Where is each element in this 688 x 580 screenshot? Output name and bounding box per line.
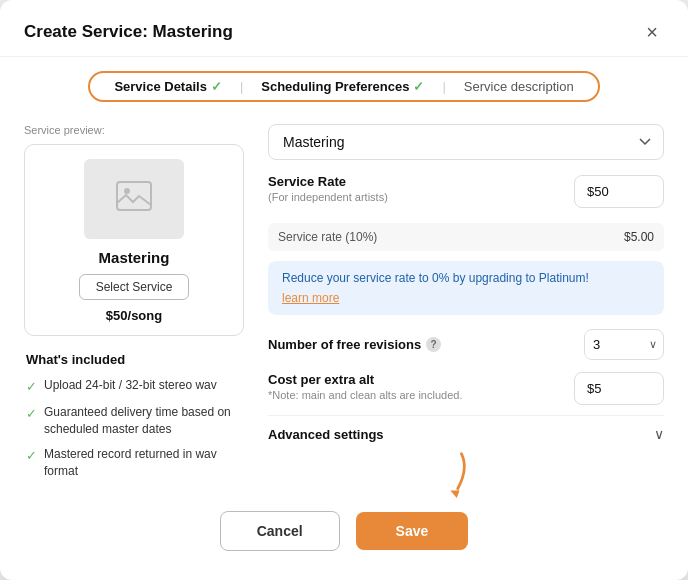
revisions-label: Number of free revisions ? — [268, 337, 441, 352]
revisions-select-wrap: 3 1 2 4 5 ∨ — [584, 329, 664, 360]
advanced-settings-chevron-icon: ∨ — [654, 426, 664, 442]
included-title: What's included — [26, 352, 242, 367]
right-panel: Mastering Service Rate (For independent … — [244, 124, 664, 487]
advanced-settings-label: Advanced settings — [268, 427, 384, 442]
upgrade-banner: Reduce your service rate to 0% by upgrad… — [268, 261, 664, 315]
tabs-area: Service Details ✓ | Scheduling Preferenc… — [0, 57, 688, 112]
tab-scheduling[interactable]: Scheduling Preferences ✓ — [261, 79, 424, 94]
cancel-button[interactable]: Cancel — [220, 511, 340, 551]
advanced-settings-row[interactable]: Advanced settings ∨ — [268, 415, 664, 442]
preview-price-unit: /song — [128, 308, 163, 323]
service-rate-percentage-value: $5.00 — [624, 230, 654, 244]
check-icon-1: ✓ — [26, 378, 37, 396]
tab-service-details-label: Service Details — [114, 79, 207, 94]
extra-alt-input[interactable] — [574, 372, 664, 405]
check-icon-3: ✓ — [26, 447, 37, 465]
extra-alt-row: Cost per extra alt *Note: main and clean… — [268, 372, 664, 405]
preview-price: $50/song — [106, 308, 162, 323]
image-placeholder-icon — [116, 181, 152, 218]
upgrade-banner-text: Reduce your service rate to 0% by upgrad… — [282, 271, 589, 285]
tab-scheduling-label: Scheduling Preferences — [261, 79, 409, 94]
svg-marker-2 — [451, 491, 460, 498]
arrow-annotation — [430, 450, 478, 498]
tab-service-description-label: Service description — [464, 79, 574, 94]
revisions-label-text: Number of free revisions — [268, 337, 421, 352]
extra-alt-sublabel: *Note: main and clean alts are included. — [268, 389, 462, 401]
svg-rect-0 — [117, 182, 151, 210]
service-rate-sublabel: (For independent artists) — [268, 191, 388, 203]
check-icon-2: ✓ — [26, 405, 37, 423]
upgrade-learn-more-link[interactable]: learn more — [282, 291, 339, 305]
save-button[interactable]: Save — [356, 512, 469, 550]
tabs-ring: Service Details ✓ | Scheduling Preferenc… — [88, 71, 599, 102]
preview-service-name: Mastering — [99, 249, 170, 266]
extra-alt-label-group: Cost per extra alt *Note: main and clean… — [268, 372, 462, 401]
save-button-wrapper: Save — [356, 512, 469, 550]
select-service-button[interactable]: Select Service — [79, 274, 190, 300]
service-rate-percentage-label: Service rate (10%) — [278, 230, 377, 244]
revisions-row: Number of free revisions ? 3 1 2 4 5 ∨ — [268, 329, 664, 360]
service-rate-percentage-line: Service rate (10%) $5.00 — [268, 223, 664, 251]
modal-title: Create Service: Mastering — [24, 22, 233, 42]
modal-footer: Cancel Save — [0, 487, 688, 551]
service-type-dropdown[interactable]: Mastering — [268, 124, 664, 160]
left-panel: Service preview: Mastering Select Servic… — [24, 124, 244, 487]
included-item-3: Mastered record returned in wav format — [44, 446, 242, 480]
revisions-dropdown[interactable]: 3 1 2 4 5 — [585, 330, 643, 359]
revisions-help-icon[interactable]: ? — [426, 337, 441, 352]
extra-alt-label: Cost per extra alt — [268, 372, 462, 387]
preview-price-value: $50 — [106, 308, 128, 323]
create-service-modal: Create Service: Mastering × Service Deta… — [0, 0, 688, 580]
service-rate-group: Service Rate (For independent artists) — [268, 174, 664, 209]
service-rate-input[interactable] — [574, 175, 664, 208]
dropdown-row: Mastering — [268, 124, 664, 160]
whats-included: What's included ✓ Upload 24-bit / 32-bit… — [24, 352, 244, 479]
scheduling-check-icon: ✓ — [413, 79, 424, 94]
tab-service-details[interactable]: Service Details ✓ — [114, 79, 222, 94]
tab-service-description[interactable]: Service description — [464, 79, 574, 94]
service-rate-row: Service Rate (For independent artists) — [268, 174, 664, 209]
revisions-chevron-icon: ∨ — [643, 338, 663, 351]
close-button[interactable]: × — [640, 20, 664, 44]
tab-divider-2: | — [442, 79, 445, 94]
content-area: Service preview: Mastering Select Servic… — [0, 112, 688, 487]
arrow-icon — [430, 450, 478, 498]
list-item: ✓ Guaranteed delivery time based on sche… — [26, 404, 242, 438]
tab-divider-1: | — [240, 79, 243, 94]
included-item-2: Guaranteed delivery time based on schedu… — [44, 404, 242, 438]
service-details-check-icon: ✓ — [211, 79, 222, 94]
preview-image-box — [84, 159, 184, 239]
modal-header: Create Service: Mastering × — [0, 0, 688, 57]
list-item: ✓ Upload 24-bit / 32-bit stereo wav — [26, 377, 242, 396]
included-item-1: Upload 24-bit / 32-bit stereo wav — [44, 377, 217, 394]
svg-point-1 — [124, 188, 130, 194]
service-preview-label: Service preview: — [24, 124, 244, 136]
list-item: ✓ Mastered record returned in wav format — [26, 446, 242, 480]
preview-card: Mastering Select Service $50/song — [24, 144, 244, 336]
service-rate-label: Service Rate — [268, 174, 388, 189]
